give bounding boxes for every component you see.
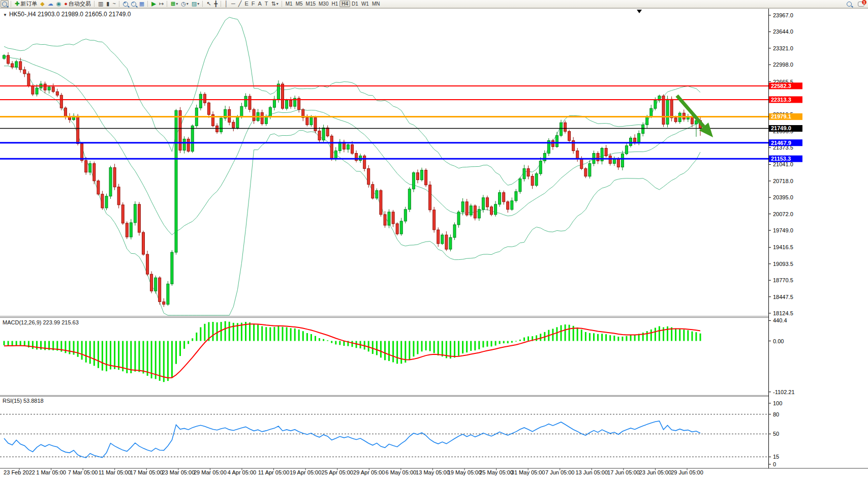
svg-text:13 May 05:00: 13 May 05:00 [416, 469, 450, 475]
svg-text:22313.3: 22313.3 [771, 97, 791, 103]
new-order-button-label: 新订单 [20, 0, 37, 8]
magnifier-icon [2, 2, 7, 7]
shift-icon: ↦ [159, 1, 164, 7]
periods-button[interactable]: ◷▾ [180, 1, 190, 7]
macd-signal-line [4, 324, 700, 378]
price-axis[interactable]: 23967.023644.023321.022998.022665.522019… [768, 12, 793, 316]
text-label-button[interactable]: T [264, 1, 269, 7]
chevron-down-icon: ▾ [197, 2, 199, 6]
equidistant-channel-button[interactable]: E [243, 1, 249, 7]
svg-text:7 Mar 05:00: 7 Mar 05:00 [68, 469, 98, 475]
zoom-in-icon: + [123, 2, 128, 7]
cloud-icon: ☁ [48, 1, 53, 7]
svg-text:440.4: 440.4 [773, 317, 787, 323]
timeframe-m5-button[interactable]: M5 [294, 1, 304, 7]
indicators-icon: ⊞ [171, 1, 175, 7]
crosshair-icon: ╋ [214, 1, 218, 7]
templates-button[interactable]: ▨▾ [191, 1, 200, 7]
arrows-button[interactable]: ⇅▾ [270, 1, 280, 7]
zoom-in-button[interactable]: + [122, 1, 129, 7]
vertical-line-button[interactable]: │ [224, 1, 229, 7]
svg-text:18447.5: 18447.5 [773, 294, 793, 300]
clock-icon: ◷ [181, 1, 186, 7]
timeframe-d1-button[interactable]: D1 [350, 1, 360, 7]
rsi-label: RSI(15) 53.8818 [3, 398, 44, 404]
svg-text:0.00: 0.00 [773, 338, 784, 344]
chart-canvas[interactable]: 23967.023644.023321.022998.022665.522019… [0, 0, 868, 478]
horizontal-line-button[interactable]: ─ [230, 1, 236, 7]
svg-text:21749.0: 21749.0 [771, 125, 791, 131]
svg-text:23 Jun 05:00: 23 Jun 05:00 [639, 469, 672, 475]
svg-text:1 Mar 05:00: 1 Mar 05:00 [36, 469, 66, 475]
timeframe-m30-button[interactable]: M30 [317, 1, 330, 7]
signals-button[interactable]: ☁ [47, 1, 54, 7]
auto-scroll-button[interactable]: ▶ [150, 1, 157, 7]
rsi-axis[interactable]: 1008050150 [768, 400, 782, 467]
time-axis[interactable]: 23 Feb 20221 Mar 05:007 Mar 05:0011 Mar … [4, 468, 703, 475]
tiles-icon: ▦ [139, 1, 144, 7]
timeframe-h1-button[interactable]: H1 [330, 1, 339, 7]
svg-text:18124.5: 18124.5 [773, 310, 793, 316]
new-order-button[interactable]: ✚新订单 [14, 1, 38, 7]
svg-text:25 Apr 05:00: 25 Apr 05:00 [322, 469, 353, 475]
svg-text:22582.3: 22582.3 [771, 83, 791, 89]
svg-text:23967.0: 23967.0 [773, 12, 793, 18]
timeframe-h4-button[interactable]: H4 [339, 1, 350, 7]
svg-text:29 Apr 05:00: 29 Apr 05:00 [353, 469, 385, 475]
svg-text:7 Jun 05:00: 7 Jun 05:00 [545, 469, 575, 475]
autoscroll-icon: ▶ [151, 1, 156, 7]
svg-text:21041.0: 21041.0 [773, 161, 793, 167]
svg-text:20072.0: 20072.0 [773, 211, 793, 217]
metaeditor-button[interactable]: ◆ [39, 1, 45, 7]
trendline-button[interactable]: ╱ [237, 1, 243, 7]
toolbar-separator [11, 1, 11, 7]
svg-text:20718.0: 20718.0 [773, 178, 793, 184]
hline-icon: ─ [231, 1, 235, 7]
timeframe-mn-button[interactable]: MN [370, 1, 382, 7]
svg-text:19416.5: 19416.5 [773, 244, 793, 250]
chart-collapse-icon[interactable]: ▼ [3, 13, 7, 17]
indicators-button[interactable]: ⊞▾ [170, 1, 179, 7]
chart-candles-button[interactable]: ▮ [105, 1, 110, 7]
rsi-levels [0, 414, 768, 457]
svg-text:31 May 05:00: 31 May 05:00 [511, 469, 545, 475]
timeframe-m1-button[interactable]: M1 [284, 1, 294, 7]
text-button[interactable]: A [257, 1, 262, 7]
macd-axis[interactable]: 440.40.00-1102.21 [768, 317, 795, 395]
toolbar-separator [119, 1, 119, 7]
autotrading-button-label: 自动交易 [69, 0, 91, 8]
chart-bars-button[interactable]: ▥ [97, 1, 104, 7]
svg-text:22998.0: 22998.0 [773, 62, 793, 68]
svg-text:29 Mar 05:00: 29 Mar 05:00 [194, 469, 227, 475]
chat-icon: 1 [858, 2, 864, 7]
chart-line-button[interactable]: ~ [111, 1, 116, 7]
toolbar-separator [147, 1, 148, 7]
crosshair-button[interactable]: ╋ [213, 1, 219, 7]
svg-text:13 Jun 05:00: 13 Jun 05:00 [575, 469, 608, 475]
toolbar-separator [202, 1, 203, 7]
fibonacci-button[interactable]: F [251, 1, 256, 7]
signal-icon: ◉ [56, 1, 61, 7]
market-watch-button[interactable] [1, 0, 9, 8]
notifications-button[interactable]: 1 [857, 1, 865, 7]
timeframe-m15-button[interactable]: M15 [304, 1, 317, 7]
tile-windows-button[interactable]: ▦ [138, 1, 145, 7]
svg-text:11 Mar 05:00: 11 Mar 05:00 [99, 469, 131, 475]
svg-text:50: 50 [773, 431, 779, 437]
cursor-button[interactable]: ↖ [205, 1, 212, 7]
news-button[interactable]: ◉ [55, 1, 63, 7]
zoom-out-icon: − [131, 2, 136, 7]
chart-title-text: HK50-,H4 21903.0 21989.0 21605.0 21749.0 [9, 11, 131, 18]
svg-text:19093.5: 19093.5 [773, 261, 793, 267]
fibo-icon: F [252, 1, 255, 7]
trendline-icon: ╱ [238, 1, 242, 7]
autotrading-button[interactable]: ●自动交易 [63, 1, 92, 7]
zoom-out-button[interactable]: − [130, 1, 137, 7]
search-button[interactable] [846, 1, 853, 7]
search-icon [847, 2, 852, 7]
chart-shift-button[interactable]: ↦ [158, 1, 165, 7]
toolbar-separator [167, 1, 167, 7]
svg-text:80: 80 [773, 411, 779, 417]
svg-text:4 Apr 05:00: 4 Apr 05:00 [228, 469, 256, 475]
timeframe-w1-button[interactable]: W1 [360, 1, 370, 7]
